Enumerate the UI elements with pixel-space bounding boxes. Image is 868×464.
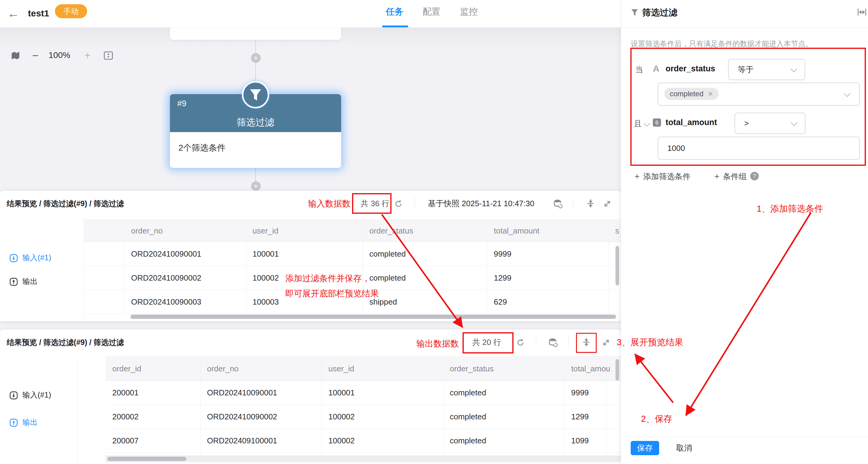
row-divider xyxy=(84,290,621,290)
table-cell: completed xyxy=(450,387,486,398)
table-cell: 9999 xyxy=(571,387,589,398)
table-cell: ORD202410090002 xyxy=(207,411,277,422)
column-header: order_id xyxy=(112,363,141,374)
sidebar-item-output[interactable]: 输出 xyxy=(9,276,38,287)
table-cell: 100002 xyxy=(329,435,355,446)
table-cell: 1299 xyxy=(494,272,512,283)
condition-joiner-select[interactable]: 且 xyxy=(634,118,642,129)
filter-hint-text: 设置筛选条件后，只有满足条件的数据才能进入本节点。 xyxy=(631,39,813,49)
operator-select[interactable]: > xyxy=(735,113,805,134)
horizontal-scrollbar[interactable] xyxy=(130,315,616,319)
output-icon xyxy=(9,277,18,286)
horizontal-scrollbar[interactable] xyxy=(107,457,186,461)
tab-tasks[interactable]: 任务 xyxy=(386,5,403,18)
filter-node-summary: 2个筛选条件 xyxy=(179,142,226,154)
add-node-button-bottom[interactable]: + xyxy=(251,181,261,191)
fit-view-icon[interactable] xyxy=(103,50,114,62)
manual-trigger-badge: 手动 xyxy=(55,4,87,18)
table-cell: 100002 xyxy=(252,272,279,283)
remove-tag-icon[interactable]: ✕ xyxy=(708,90,713,98)
divider xyxy=(568,336,568,347)
input-icon xyxy=(9,254,18,263)
table-cell: completed xyxy=(450,411,486,422)
table-cell: 1299 xyxy=(571,411,589,422)
zoom-out-button[interactable]: − xyxy=(32,49,38,62)
zoom-in-button[interactable]: + xyxy=(84,49,91,62)
column-divider xyxy=(200,356,200,464)
table-cell: ORD202410090001 xyxy=(131,249,201,259)
tab-monitor[interactable]: 监控 xyxy=(460,5,478,18)
preview-bottom-breadcrumb: 结果预览 / 筛选过滤(#9) / 筛选过滤 xyxy=(7,337,124,347)
add-node-button-top[interactable]: + xyxy=(251,53,261,63)
table-cell: 100003 xyxy=(252,296,279,307)
chevron-down-icon xyxy=(844,90,850,97)
filter-node-icon-badge[interactable] xyxy=(242,81,269,108)
divider xyxy=(414,197,415,208)
refresh-icon[interactable] xyxy=(516,338,525,348)
sidebar-item-input[interactable]: 输入(#1) xyxy=(9,389,51,400)
value-input[interactable]: 1000 xyxy=(658,137,860,160)
table-cell: ORD202409100001 xyxy=(207,435,277,446)
page-title: test1 xyxy=(28,7,49,20)
database-refresh-icon[interactable] xyxy=(553,199,563,209)
filter-config-panel: 筛选过滤 设置筛选条件后，只有满足条件的数据才能进入本节点。 当 A order… xyxy=(621,0,868,464)
add-condition-button[interactable]: +添加筛选条件 xyxy=(634,171,690,182)
table-cell: ORD202410090001 xyxy=(207,387,277,398)
upstream-node[interactable] xyxy=(170,27,341,40)
column-header: user_id xyxy=(252,225,278,236)
database-refresh-icon[interactable] xyxy=(548,337,558,348)
plus-icon: + xyxy=(714,172,719,181)
column-header: order_status xyxy=(450,363,494,374)
column-divider xyxy=(487,219,488,316)
vertical-scrollbar[interactable] xyxy=(616,246,619,285)
vertical-scrollbar[interactable] xyxy=(616,359,619,380)
plus-icon: + xyxy=(634,172,640,181)
table-cell: 200001 xyxy=(112,387,139,398)
top-bar: ← test1 手动 任务 配置 监控 xyxy=(0,0,621,28)
row-divider xyxy=(84,314,621,314)
column-divider xyxy=(124,219,125,316)
table-cell: 200002 xyxy=(112,411,139,422)
column-divider xyxy=(443,356,443,464)
sidebar-item-input[interactable]: 输入(#1) xyxy=(9,252,51,263)
sidebar-item-output[interactable]: 输出 xyxy=(9,417,38,428)
column-header: user_id xyxy=(329,363,354,374)
app-root: − 100% + + + #9 筛选过滤 2个筛选条件 ← xyxy=(0,0,868,464)
column-divider xyxy=(564,356,565,464)
help-icon[interactable]: ? xyxy=(750,172,759,180)
preview-panel-top: 结果预览 / 筛选过滤(#9) / 筛选过滤 共 36 行 基于快照 2025-… xyxy=(0,191,621,321)
back-button[interactable]: ← xyxy=(7,7,18,20)
config-panel-header: 筛选过滤 xyxy=(621,0,868,28)
condition-joiner: 当 xyxy=(635,64,643,75)
preview-panel-bottom: 结果预览 / 筛选过滤(#9) / 筛选过滤 共 20 行 输入(#1) 输出 … xyxy=(0,329,621,464)
preview-bottom-sidebar: 输入(#1) 输出 xyxy=(0,357,78,464)
expand-fullscreen-icon[interactable] xyxy=(601,338,611,348)
table-cell: 100001 xyxy=(252,249,279,259)
collapse-panel-icon[interactable] xyxy=(582,337,591,348)
value-multiselect[interactable]: completed✕ xyxy=(658,83,860,106)
table-header-row: order_id order_no user_id order_status t… xyxy=(105,356,621,381)
funnel-icon xyxy=(243,83,268,107)
preview-top-snapshot: 基于快照 2025-11-21 10:47:30 xyxy=(428,198,534,209)
column-header: order_no xyxy=(207,363,239,374)
expand-fullscreen-icon[interactable] xyxy=(603,199,612,209)
table-cell: 9999 xyxy=(494,249,512,259)
table-header-row: order_no user_id order_status total_amou… xyxy=(84,219,621,242)
column-divider xyxy=(606,356,606,464)
column-divider xyxy=(609,219,609,316)
minimap-icon[interactable] xyxy=(11,51,20,61)
refresh-icon[interactable] xyxy=(394,199,403,209)
add-condition-group-button[interactable]: +条件组 xyxy=(714,171,747,182)
cancel-button[interactable]: 取消 xyxy=(676,441,692,455)
collapse-panel-icon[interactable] xyxy=(586,199,595,209)
filter-node-id: #9 xyxy=(177,99,186,108)
table-cell: 1099 xyxy=(571,435,589,446)
operator-select[interactable]: 等于 xyxy=(728,59,805,80)
panel-width-icon[interactable] xyxy=(857,7,867,18)
table-cell: 100001 xyxy=(329,387,355,398)
table-cell: completed xyxy=(450,435,486,446)
save-button[interactable]: 保存 xyxy=(631,441,659,455)
tab-config[interactable]: 配置 xyxy=(423,5,440,18)
row-divider xyxy=(105,453,621,453)
active-tab-indicator xyxy=(382,26,408,27)
